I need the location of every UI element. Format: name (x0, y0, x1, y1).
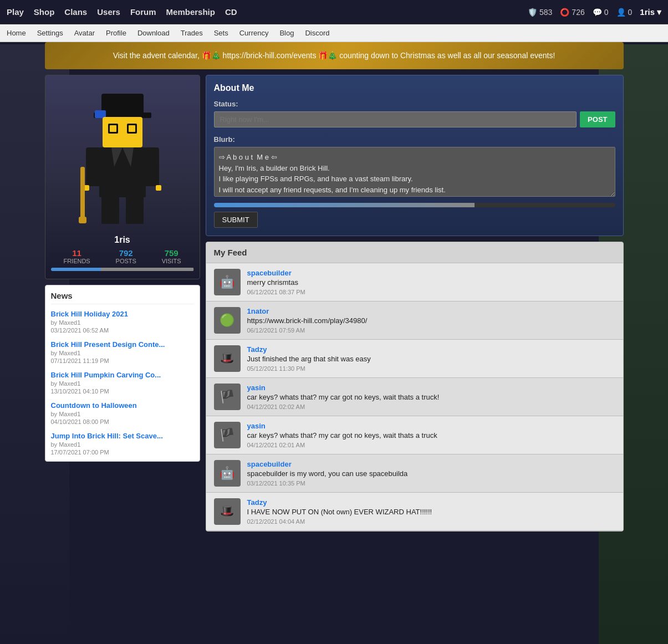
user-value: 0 (628, 8, 633, 17)
feed-content-1: 1natorhttps://www.brick-hill.com/play/34… (247, 307, 615, 334)
topnav-link-clans[interactable]: Clans (64, 7, 87, 17)
feed-timestamp-1: 06/12/2021 07:59 AM (247, 327, 615, 334)
blurb-textarea[interactable] (214, 147, 615, 197)
subnav-link-sets[interactable]: Sets (214, 29, 228, 37)
friends-label: FRIENDS (63, 258, 90, 264)
status-input[interactable] (214, 111, 577, 127)
feed-message-6: I HAVE NOW PUT ON (Not own) EVER WIZARD … (247, 508, 615, 516)
news-item-1[interactable]: Brick Hill Present Design Conte...by Max… (51, 340, 194, 364)
svg-rect-14 (145, 147, 159, 186)
news-title-0[interactable]: Brick Hill Holiday 2021 (51, 310, 128, 318)
topnav-link-forum[interactable]: Forum (130, 7, 156, 17)
feed-item-3: 🏴yasincar keys? whats that? my car got n… (206, 378, 623, 416)
content-area: 1ris 11 FRIENDS 792 POSTS 759 VISITS (45, 75, 624, 531)
subnav-link-discord[interactable]: Discord (305, 29, 329, 37)
subnav-link-trades[interactable]: Trades (181, 29, 203, 37)
feed-username-6[interactable]: Tadzy (247, 498, 267, 507)
message-value: 0 (604, 8, 609, 17)
feed-username-2[interactable]: Tadzy (247, 345, 267, 354)
feed-timestamp-0: 06/12/2021 08:37 PM (247, 289, 615, 295)
news-item-3[interactable]: Countdown to Halloweenby Maxed104/10/202… (51, 401, 194, 425)
subnav-link-profile[interactable]: Profile (106, 29, 126, 37)
svg-rect-6 (110, 125, 116, 132)
topnav-link-shop[interactable]: Shop (34, 7, 55, 17)
topnav-link-users[interactable]: Users (97, 7, 120, 17)
avatar-display (67, 81, 178, 231)
feed-timestamp-5: 03/12/2021 10:35 PM (247, 480, 615, 487)
feed-username-3[interactable]: yasin (247, 384, 266, 392)
topnav-link-cd[interactable]: CD (225, 7, 237, 17)
posts-stat: 792 POSTS (116, 248, 136, 264)
shield-value: 583 (539, 8, 552, 17)
feed-avatar-4: 🏴 (214, 422, 241, 448)
news-date-4: 17/07/2021 07:00 PM (51, 449, 194, 456)
svg-rect-20 (126, 196, 144, 224)
feed-username-4[interactable]: yasin (247, 422, 266, 430)
news-title-2[interactable]: Brick Hill Pumpkin Carving Co... (51, 371, 161, 379)
subnav-link-currency[interactable]: Currency (239, 29, 269, 37)
feed-username-1[interactable]: 1nator (247, 307, 269, 315)
feed-timestamp-4: 04/12/2021 02:01 AM (247, 442, 615, 448)
topnav-link-membership[interactable]: Membership (166, 7, 215, 17)
visits-stat: 759 VISITS (162, 248, 181, 264)
sub-nav: HomeSettingsAvatarProfileDownloadTradesS… (0, 24, 668, 42)
news-title-4[interactable]: Jump Into Brick Hill: Set Scave... (51, 432, 163, 440)
feed-content-6: TadzyI HAVE NOW PUT ON (Not own) EVER WI… (247, 498, 615, 525)
feed-card: My Feed 🤖spacebuildermerry chrismtas06/1… (206, 242, 624, 531)
feed-message-1: https://www.brick-hill.com/play/34980/ (247, 316, 615, 325)
left-col: 1ris 11 FRIENDS 792 POSTS 759 VISITS (45, 75, 200, 531)
username-display: 1ris (640, 7, 655, 17)
feed-item-5: 🤖spacebuilderspacebuilder is my word, yo… (206, 454, 623, 493)
subnav-link-home[interactable]: Home (7, 29, 26, 37)
user-menu[interactable]: 1ris ▾ (640, 7, 661, 17)
post-button[interactable]: POST (580, 111, 615, 127)
topnav-link-play[interactable]: Play (7, 7, 24, 17)
submit-button[interactable]: SUBMIT (214, 212, 258, 228)
feed-avatar-6: 🎩 (214, 498, 241, 525)
feed-content-5: spacebuilderspacebuilder is my word, you… (247, 460, 615, 487)
feed-content-0: spacebuildermerry chrismtas06/12/2021 08… (247, 269, 615, 295)
user-stat: 👤 0 (616, 8, 633, 17)
feed-message-0: merry chrismtas (247, 278, 615, 287)
feed-username-0[interactable]: spacebuilder (247, 269, 292, 277)
status-label: Status: (214, 100, 615, 108)
feed-item-1: 🟢1natorhttps://www.brick-hill.com/play/3… (206, 301, 623, 340)
svg-rect-13 (86, 147, 100, 186)
user-icon: 👤 (616, 8, 626, 17)
subnav-link-settings[interactable]: Settings (37, 29, 63, 37)
news-section: News Brick Hill Holiday 2021by Maxed103/… (45, 285, 200, 462)
subnav-link-avatar[interactable]: Avatar (74, 29, 95, 37)
feed-header: My Feed (206, 242, 623, 263)
profile-username: 1ris (51, 235, 194, 245)
feed-item-2: 🎩TadzyJust finished the arg that shit wa… (206, 340, 623, 378)
top-nav-links: PlayShopClansUsersForumMembershipCD (7, 7, 528, 17)
feed-item-4: 🏴yasincar keys? whats that? my car got n… (206, 416, 623, 454)
feed-timestamp-2: 05/12/2021 11:30 PM (247, 365, 615, 372)
blurb-label: Blurb: (214, 135, 615, 144)
feed-avatar-1: 🟢 (214, 307, 241, 334)
news-title-1[interactable]: Brick Hill Present Design Conte... (51, 340, 165, 349)
subnav-link-download[interactable]: Download (137, 29, 170, 37)
feed-item-6: 🎩TadzyI HAVE NOW PUT ON (Not own) EVER W… (206, 493, 623, 531)
posts-count: 792 (116, 248, 136, 258)
news-title-3[interactable]: Countdown to Halloween (51, 401, 137, 410)
about-me-card: About Me Status: POST Blurb: SUBMIT (206, 75, 624, 236)
svg-rect-18 (79, 217, 86, 223)
avatar-svg (78, 84, 167, 228)
news-author-1: by Maxed1 (51, 350, 194, 356)
banner: Visit the advent calendar, 🎁🎄 https://br… (45, 42, 624, 69)
feed-username-5[interactable]: spacebuilder (247, 460, 292, 468)
profile-stats-row: 11 FRIENDS 792 POSTS 759 VISITS (51, 248, 194, 264)
subnav-link-blog[interactable]: Blog (279, 29, 294, 37)
news-item-2[interactable]: Brick Hill Pumpkin Carving Co...by Maxed… (51, 371, 194, 395)
news-item-4[interactable]: Jump Into Brick Hill: Set Scave...by Max… (51, 432, 194, 456)
news-item-0[interactable]: Brick Hill Holiday 2021by Maxed103/12/20… (51, 310, 194, 334)
news-date-2: 13/10/2021 04:10 PM (51, 388, 194, 395)
news-author-4: by Maxed1 (51, 441, 194, 448)
feed-avatar-0: 🤖 (214, 269, 241, 295)
xp-bar-fill (214, 203, 475, 207)
visits-label: VISITS (162, 258, 181, 264)
feed-avatar-5: 🤖 (214, 460, 241, 487)
news-author-0: by Maxed1 (51, 319, 194, 326)
circle-value: 726 (572, 8, 584, 17)
